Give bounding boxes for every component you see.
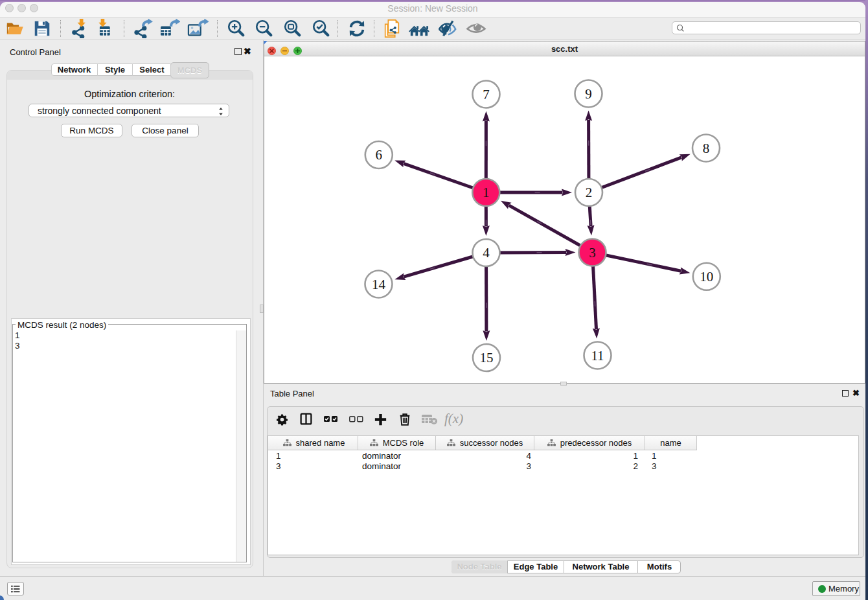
svg-text:3: 3: [589, 245, 596, 260]
svg-text:9: 9: [585, 86, 592, 102]
svg-text:6: 6: [376, 147, 383, 163]
svg-text:10: 10: [700, 269, 713, 284]
svg-text:1: 1: [483, 185, 490, 200]
svg-text:4: 4: [483, 245, 490, 260]
svg-text:15: 15: [480, 350, 494, 365]
svg-text:14: 14: [372, 277, 386, 292]
svg-text:7: 7: [483, 87, 490, 102]
svg-text:8: 8: [703, 141, 710, 156]
svg-text:2: 2: [586, 185, 593, 200]
svg-text:11: 11: [591, 348, 604, 363]
